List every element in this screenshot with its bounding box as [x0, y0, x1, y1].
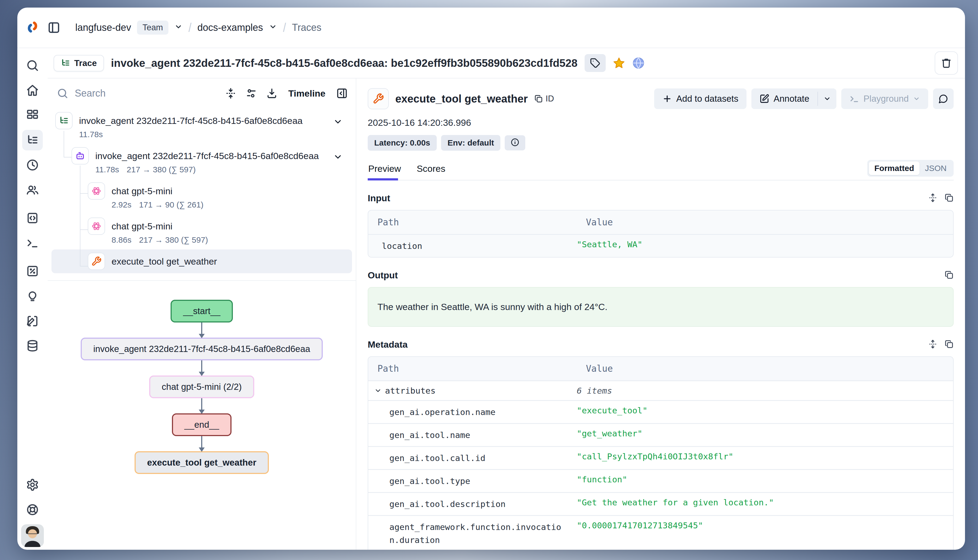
- search-input[interactable]: [75, 88, 177, 99]
- annotate-button[interactable]: Annotate: [751, 88, 818, 109]
- tree-item[interactable]: chat gpt-5-mini2.92s171 → 90 (∑ 261): [55, 182, 356, 209]
- rail-item-clock-icon[interactable]: [22, 155, 43, 175]
- rail-item-clipboard-pen-icon[interactable]: [22, 310, 43, 331]
- comments-button[interactable]: [933, 88, 954, 109]
- table-row: gen_ai.tool.name"get_weather": [368, 424, 953, 446]
- delete-trace-button[interactable]: [935, 52, 958, 75]
- rail-item-list-tree-icon[interactable]: [22, 130, 43, 150]
- rail-item-dashboard-icon[interactable]: [22, 105, 43, 125]
- detail-tabs: Preview Scores Formatted JSON: [368, 160, 954, 180]
- tree-item[interactable]: chat gpt-5-mini8.86s217 → 380 (∑ 597): [55, 218, 356, 245]
- graph-node[interactable]: __end__: [172, 413, 231, 436]
- openai-icon: [88, 218, 105, 235]
- search-field[interactable]: [57, 88, 216, 99]
- metadata-table: PathValueattributes6 itemsgen_ai.operati…: [368, 356, 954, 550]
- tab-preview[interactable]: Preview: [368, 163, 403, 180]
- list-tree-icon: [55, 112, 73, 129]
- org-switcher-chevron-icon[interactable]: [174, 22, 182, 33]
- graph-node[interactable]: chat gpt-5-mini (2/2): [149, 375, 254, 398]
- square-pen-icon: [759, 94, 769, 103]
- output-section-title: Output: [368, 270, 398, 280]
- observation-detail-panel: execute_tool get_weather ID Add to datas…: [356, 78, 965, 550]
- expand-section-icon[interactable]: [928, 193, 937, 203]
- breadcrumb-separator: /: [189, 20, 191, 35]
- tree-connector: [80, 229, 88, 230]
- langfuse-logo-icon[interactable]: [26, 20, 39, 35]
- project-name[interactable]: docs-examples: [197, 22, 263, 33]
- settings-sliders-icon[interactable]: [246, 88, 257, 99]
- annotate-split-button: Annotate: [751, 88, 836, 109]
- trace-type-badge: Trace: [53, 55, 104, 72]
- input-section: Input PathValuelocation"Seattle, WA": [368, 193, 954, 258]
- avatar[interactable]: [21, 524, 44, 547]
- graph-node[interactable]: invoke_agent 232de211-7fcf-45c8-b415-6af…: [81, 338, 323, 360]
- breadcrumb-separator: /: [283, 20, 286, 35]
- rail-item-search-icon[interactable]: [22, 55, 43, 76]
- graph-edge-arrow: [201, 436, 202, 451]
- breadcrumb-page[interactable]: Traces: [292, 22, 321, 33]
- trace-header-bar: Trace invoke_agent 232de211-7fcf-45c8-b4…: [48, 48, 965, 78]
- collapse-all-icon[interactable]: [225, 88, 236, 99]
- info-icon[interactable]: [505, 135, 525, 150]
- project-switcher-chevron-icon[interactable]: [269, 22, 277, 33]
- view-format-toggle: Formatted JSON: [867, 160, 954, 177]
- graph-node[interactable]: execute_tool get_weather: [135, 451, 269, 474]
- collapse-panel-icon[interactable]: [336, 88, 348, 99]
- timeline-toggle[interactable]: Timeline: [288, 88, 326, 99]
- formatted-toggle[interactable]: Formatted: [869, 162, 919, 175]
- tree-connector: [80, 266, 88, 267]
- copy-icon[interactable]: [945, 193, 954, 203]
- copy-icon: [534, 94, 543, 103]
- metadata-section: Metadata PathValueattributes6 itemsgen_a…: [368, 339, 954, 550]
- rail-item-lifebuoy-icon[interactable]: [22, 499, 43, 520]
- agent-graph: __start__invoke_agent 232de211-7fcf-45c8…: [48, 281, 356, 550]
- rail-item-terminal-icon[interactable]: [22, 233, 43, 253]
- openai-icon: [88, 182, 105, 200]
- expand-section-icon[interactable]: [928, 340, 937, 350]
- sidebar-toggle-button[interactable]: [48, 22, 60, 34]
- org-name[interactable]: langfuse-dev: [75, 22, 131, 33]
- copy-id-button[interactable]: ID: [534, 94, 554, 103]
- tab-scores[interactable]: Scores: [416, 163, 448, 180]
- wrench-icon: [368, 88, 389, 109]
- add-to-datasets-button[interactable]: Add to datasets: [654, 88, 747, 109]
- table-header: PathValue: [368, 357, 953, 380]
- env-badge: Env: default: [441, 135, 501, 151]
- rail-item-file-code-icon[interactable]: [22, 208, 43, 228]
- globe-icon[interactable]: [632, 57, 645, 69]
- star-icon[interactable]: [613, 57, 625, 69]
- rail-item-lightbulb-icon[interactable]: [22, 286, 43, 306]
- chevron-down-icon[interactable]: [333, 152, 343, 163]
- trace-tree-panel: Timeline invoke_agent 232de211-7fcf-45c8…: [48, 78, 356, 550]
- output-section: Output The weather in Seattle, WA is sun…: [368, 270, 954, 327]
- list-tree-icon: [61, 58, 70, 68]
- graph-node[interactable]: __start__: [171, 300, 233, 322]
- input-table: PathValuelocation"Seattle, WA": [368, 210, 954, 258]
- output-value: The weather in Seattle, WA is sunny with…: [368, 287, 954, 327]
- tree-item[interactable]: invoke_agent 232de211-7fcf-45c8-b415-6af…: [55, 112, 356, 139]
- table-row: gen_ai.tool.description"Get the weather …: [368, 493, 953, 515]
- metadata-section-title: Metadata: [368, 339, 408, 350]
- robot-icon: [72, 147, 89, 165]
- chevron-down-icon[interactable]: [333, 117, 343, 128]
- rail-item-database-icon[interactable]: [22, 335, 43, 356]
- rail-item-users-icon[interactable]: [22, 180, 43, 200]
- graph-edge-arrow: [201, 322, 202, 338]
- annotate-dropdown-button[interactable]: [818, 88, 836, 109]
- tree-item[interactable]: invoke_agent 232de211-7fcf-45c8-b415-6af…: [55, 147, 356, 174]
- observation-tree: invoke_agent 232de211-7fcf-45c8-b415-6af…: [48, 108, 356, 278]
- download-icon[interactable]: [266, 88, 278, 99]
- rail-item-home-icon[interactable]: [22, 80, 43, 101]
- playground-button[interactable]: Playground: [841, 88, 928, 109]
- rail-item-gear-icon[interactable]: [22, 475, 43, 495]
- tree-connector: [64, 157, 72, 157]
- json-toggle[interactable]: JSON: [919, 162, 952, 175]
- table-row: gen_ai.operation.name"execute_tool": [368, 401, 953, 423]
- terminal-icon: [849, 94, 859, 103]
- app-window: langfuse-dev Team / docs-examples / Trac…: [17, 8, 965, 550]
- copy-icon[interactable]: [945, 270, 954, 280]
- rail-item-square-percent-icon[interactable]: [22, 261, 43, 282]
- tag-icon[interactable]: [585, 54, 606, 72]
- tree-item[interactable]: execute_tool get_weather: [55, 253, 356, 270]
- copy-icon[interactable]: [945, 340, 954, 350]
